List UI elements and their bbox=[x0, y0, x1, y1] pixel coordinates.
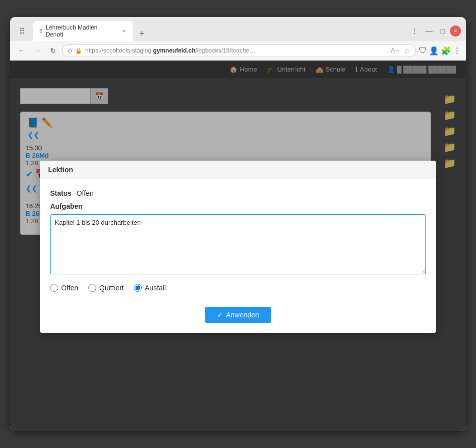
forward-button[interactable]: → bbox=[31, 45, 44, 57]
account-icon[interactable]: 👤 bbox=[429, 46, 439, 56]
status-row: Status Offen bbox=[50, 189, 426, 197]
radio-quittiert-label: Quittiert bbox=[99, 284, 124, 292]
maximize-button[interactable]: □ bbox=[438, 25, 448, 37]
modal-header: Lektion bbox=[40, 161, 436, 179]
radio-ausfall-label: Ausfall bbox=[145, 284, 166, 292]
lektion-modal: Lektion Status Offen Aufgaben Kapitel 1 … bbox=[40, 161, 436, 333]
radio-quittiert[interactable]: Quittiert bbox=[88, 284, 124, 292]
browser-window: ⠿ ⠿ Lehrerbuch Madlen Denoti × + ⋮ — □ ×… bbox=[10, 17, 466, 431]
modal-title: Lektion bbox=[48, 166, 73, 174]
apply-label: Anwenden bbox=[226, 311, 259, 319]
aufgaben-textarea[interactable]: Kapitel 1 bis 20 durcharbeiten bbox=[50, 214, 426, 274]
apps-icon: ⠿ bbox=[15, 25, 29, 38]
apply-check-icon: ✓ bbox=[217, 311, 223, 319]
translate-icon: A↔ bbox=[391, 47, 401, 54]
menu-icon[interactable]: ⋮ bbox=[453, 46, 461, 56]
shield-security-icon: 🛡 bbox=[419, 46, 427, 55]
nav-actions: 🛡 👤 🧩 ⋮ bbox=[419, 46, 461, 56]
bookmark-star-icon[interactable]: ☆ bbox=[404, 47, 410, 55]
status-value: Offen bbox=[77, 189, 94, 197]
url-path: /logbooks/18/teache… bbox=[195, 47, 255, 54]
window-controls: ⋮ — □ × bbox=[408, 25, 461, 37]
radio-quittiert-input[interactable] bbox=[88, 284, 96, 292]
lock-icon: 🔒 bbox=[75, 48, 82, 54]
back-button[interactable]: ← bbox=[15, 45, 28, 57]
security-shield-icon: ⊙ bbox=[68, 48, 72, 54]
refresh-button[interactable]: ↻ bbox=[47, 45, 59, 57]
minimize-button[interactable]: — bbox=[423, 25, 436, 37]
new-tab-button[interactable]: + bbox=[135, 27, 149, 41]
tab-bar: ⠿ Lehrerbuch Madlen Denoti × + bbox=[33, 21, 404, 41]
aufgaben-label: Aufgaben bbox=[50, 202, 426, 210]
extensions-icon[interactable]: 🧩 bbox=[441, 46, 451, 56]
title-bar: ⠿ ⠿ Lehrerbuch Madlen Denoti × + ⋮ — □ × bbox=[10, 17, 466, 41]
modal-body: Status Offen Aufgaben Kapitel 1 bis 20 d… bbox=[40, 179, 436, 302]
tab-close-button[interactable]: × bbox=[121, 28, 127, 35]
radio-ausfall[interactable]: Ausfall bbox=[134, 284, 166, 292]
radio-offen[interactable]: Offen bbox=[50, 284, 78, 292]
active-tab[interactable]: ⠿ Lehrerbuch Madlen Denoti × bbox=[33, 21, 133, 41]
close-button[interactable]: × bbox=[450, 26, 461, 37]
tab-favicon: ⠿ bbox=[39, 29, 43, 34]
page-content: 🏠 Home 🎓 Unterricht 🏫 Schule ℹ About 👤 █… bbox=[10, 61, 466, 431]
apply-button[interactable]: ✓ Anwenden bbox=[205, 307, 271, 323]
radio-offen-label: Offen bbox=[61, 284, 78, 292]
overflow-menu-button[interactable]: ⋮ bbox=[408, 25, 421, 37]
nav-bar: ← → ↻ ⊙ 🔒 https://scooltools-staging.gym… bbox=[10, 41, 466, 61]
url-normal: https://scooltools-staging. bbox=[85, 47, 153, 54]
status-label: Status bbox=[50, 189, 72, 197]
radio-offen-input[interactable] bbox=[50, 284, 58, 292]
radio-group: Offen Quittiert Ausfall bbox=[50, 284, 426, 292]
radio-ausfall-input[interactable] bbox=[134, 284, 142, 292]
modal-overlay: Lektion Status Offen Aufgaben Kapitel 1 … bbox=[10, 61, 466, 431]
address-bar[interactable]: ⊙ 🔒 https://scooltools-staging.gymneufel… bbox=[62, 44, 416, 57]
url-domain: gymneufeld.ch bbox=[153, 47, 195, 54]
tab-title: Lehrerbuch Madlen Denoti bbox=[46, 24, 116, 38]
url-display: https://scooltools-staging.gymneufeld.ch… bbox=[85, 47, 388, 54]
modal-footer: ✓ Anwenden bbox=[40, 302, 436, 333]
